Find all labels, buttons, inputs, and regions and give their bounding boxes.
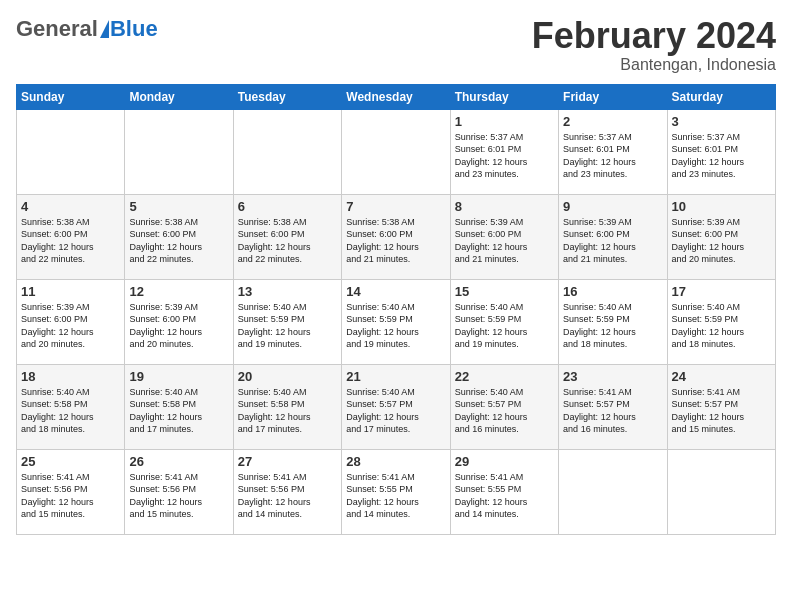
calendar-cell: 27Sunrise: 5:41 AM Sunset: 5:56 PM Dayli… bbox=[233, 449, 341, 534]
day-info: Sunrise: 5:41 AM Sunset: 5:57 PM Dayligh… bbox=[563, 386, 662, 436]
day-number: 14 bbox=[346, 284, 445, 299]
logo-icon bbox=[100, 20, 109, 38]
day-number: 13 bbox=[238, 284, 337, 299]
weekday-header: Sunday bbox=[17, 84, 125, 109]
day-number: 8 bbox=[455, 199, 554, 214]
day-number: 27 bbox=[238, 454, 337, 469]
day-number: 10 bbox=[672, 199, 771, 214]
calendar-cell: 15Sunrise: 5:40 AM Sunset: 5:59 PM Dayli… bbox=[450, 279, 558, 364]
weekday-header: Thursday bbox=[450, 84, 558, 109]
day-info: Sunrise: 5:40 AM Sunset: 5:59 PM Dayligh… bbox=[346, 301, 445, 351]
day-info: Sunrise: 5:38 AM Sunset: 6:00 PM Dayligh… bbox=[346, 216, 445, 266]
day-number: 22 bbox=[455, 369, 554, 384]
weekday-header: Monday bbox=[125, 84, 233, 109]
logo-general-text: General bbox=[16, 16, 98, 42]
weekday-header: Wednesday bbox=[342, 84, 450, 109]
calendar-cell bbox=[233, 109, 341, 194]
calendar-cell: 16Sunrise: 5:40 AM Sunset: 5:59 PM Dayli… bbox=[559, 279, 667, 364]
calendar-cell: 23Sunrise: 5:41 AM Sunset: 5:57 PM Dayli… bbox=[559, 364, 667, 449]
calendar-cell: 28Sunrise: 5:41 AM Sunset: 5:55 PM Dayli… bbox=[342, 449, 450, 534]
calendar-cell: 12Sunrise: 5:39 AM Sunset: 6:00 PM Dayli… bbox=[125, 279, 233, 364]
day-number: 6 bbox=[238, 199, 337, 214]
calendar-cell: 26Sunrise: 5:41 AM Sunset: 5:56 PM Dayli… bbox=[125, 449, 233, 534]
calendar-cell: 11Sunrise: 5:39 AM Sunset: 6:00 PM Dayli… bbox=[17, 279, 125, 364]
day-number: 21 bbox=[346, 369, 445, 384]
day-number: 20 bbox=[238, 369, 337, 384]
day-number: 16 bbox=[563, 284, 662, 299]
calendar-cell: 1Sunrise: 5:37 AM Sunset: 6:01 PM Daylig… bbox=[450, 109, 558, 194]
day-number: 19 bbox=[129, 369, 228, 384]
day-info: Sunrise: 5:40 AM Sunset: 5:59 PM Dayligh… bbox=[563, 301, 662, 351]
calendar-cell: 10Sunrise: 5:39 AM Sunset: 6:00 PM Dayli… bbox=[667, 194, 775, 279]
calendar-cell: 7Sunrise: 5:38 AM Sunset: 6:00 PM Daylig… bbox=[342, 194, 450, 279]
day-info: Sunrise: 5:37 AM Sunset: 6:01 PM Dayligh… bbox=[563, 131, 662, 181]
day-number: 28 bbox=[346, 454, 445, 469]
month-title: February 2024 bbox=[532, 16, 776, 56]
day-info: Sunrise: 5:39 AM Sunset: 6:00 PM Dayligh… bbox=[563, 216, 662, 266]
location: Bantengan, Indonesia bbox=[532, 56, 776, 74]
calendar-cell: 13Sunrise: 5:40 AM Sunset: 5:59 PM Dayli… bbox=[233, 279, 341, 364]
day-info: Sunrise: 5:39 AM Sunset: 6:00 PM Dayligh… bbox=[455, 216, 554, 266]
calendar-cell: 22Sunrise: 5:40 AM Sunset: 5:57 PM Dayli… bbox=[450, 364, 558, 449]
day-info: Sunrise: 5:37 AM Sunset: 6:01 PM Dayligh… bbox=[455, 131, 554, 181]
calendar-cell: 5Sunrise: 5:38 AM Sunset: 6:00 PM Daylig… bbox=[125, 194, 233, 279]
day-info: Sunrise: 5:38 AM Sunset: 6:00 PM Dayligh… bbox=[238, 216, 337, 266]
calendar-cell bbox=[667, 449, 775, 534]
day-info: Sunrise: 5:40 AM Sunset: 5:59 PM Dayligh… bbox=[455, 301, 554, 351]
calendar-cell: 20Sunrise: 5:40 AM Sunset: 5:58 PM Dayli… bbox=[233, 364, 341, 449]
day-number: 26 bbox=[129, 454, 228, 469]
calendar-cell: 17Sunrise: 5:40 AM Sunset: 5:59 PM Dayli… bbox=[667, 279, 775, 364]
calendar-cell bbox=[125, 109, 233, 194]
weekday-header: Tuesday bbox=[233, 84, 341, 109]
day-number: 25 bbox=[21, 454, 120, 469]
day-number: 3 bbox=[672, 114, 771, 129]
calendar-cell: 6Sunrise: 5:38 AM Sunset: 6:00 PM Daylig… bbox=[233, 194, 341, 279]
day-number: 4 bbox=[21, 199, 120, 214]
day-info: Sunrise: 5:40 AM Sunset: 5:58 PM Dayligh… bbox=[238, 386, 337, 436]
calendar-week-row: 11Sunrise: 5:39 AM Sunset: 6:00 PM Dayli… bbox=[17, 279, 776, 364]
weekday-header: Saturday bbox=[667, 84, 775, 109]
day-number: 17 bbox=[672, 284, 771, 299]
day-number: 23 bbox=[563, 369, 662, 384]
calendar-table: SundayMondayTuesdayWednesdayThursdayFrid… bbox=[16, 84, 776, 535]
calendar-week-row: 25Sunrise: 5:41 AM Sunset: 5:56 PM Dayli… bbox=[17, 449, 776, 534]
day-number: 29 bbox=[455, 454, 554, 469]
calendar-cell bbox=[342, 109, 450, 194]
calendar-cell: 18Sunrise: 5:40 AM Sunset: 5:58 PM Dayli… bbox=[17, 364, 125, 449]
calendar-header: SundayMondayTuesdayWednesdayThursdayFrid… bbox=[17, 84, 776, 109]
calendar-cell bbox=[17, 109, 125, 194]
calendar-cell: 2Sunrise: 5:37 AM Sunset: 6:01 PM Daylig… bbox=[559, 109, 667, 194]
calendar-cell: 3Sunrise: 5:37 AM Sunset: 6:01 PM Daylig… bbox=[667, 109, 775, 194]
day-info: Sunrise: 5:39 AM Sunset: 6:00 PM Dayligh… bbox=[21, 301, 120, 351]
calendar-cell: 29Sunrise: 5:41 AM Sunset: 5:55 PM Dayli… bbox=[450, 449, 558, 534]
day-info: Sunrise: 5:40 AM Sunset: 5:57 PM Dayligh… bbox=[455, 386, 554, 436]
day-info: Sunrise: 5:41 AM Sunset: 5:57 PM Dayligh… bbox=[672, 386, 771, 436]
calendar-cell bbox=[559, 449, 667, 534]
calendar-cell: 25Sunrise: 5:41 AM Sunset: 5:56 PM Dayli… bbox=[17, 449, 125, 534]
page-header: General Blue February 2024 Bantengan, In… bbox=[16, 16, 776, 74]
day-info: Sunrise: 5:38 AM Sunset: 6:00 PM Dayligh… bbox=[21, 216, 120, 266]
weekday-header: Friday bbox=[559, 84, 667, 109]
calendar-cell: 14Sunrise: 5:40 AM Sunset: 5:59 PM Dayli… bbox=[342, 279, 450, 364]
day-number: 15 bbox=[455, 284, 554, 299]
calendar-cell: 19Sunrise: 5:40 AM Sunset: 5:58 PM Dayli… bbox=[125, 364, 233, 449]
calendar-body: 1Sunrise: 5:37 AM Sunset: 6:01 PM Daylig… bbox=[17, 109, 776, 534]
day-info: Sunrise: 5:40 AM Sunset: 5:59 PM Dayligh… bbox=[238, 301, 337, 351]
day-number: 7 bbox=[346, 199, 445, 214]
day-number: 24 bbox=[672, 369, 771, 384]
calendar-week-row: 4Sunrise: 5:38 AM Sunset: 6:00 PM Daylig… bbox=[17, 194, 776, 279]
day-info: Sunrise: 5:41 AM Sunset: 5:56 PM Dayligh… bbox=[21, 471, 120, 521]
day-info: Sunrise: 5:41 AM Sunset: 5:56 PM Dayligh… bbox=[129, 471, 228, 521]
day-info: Sunrise: 5:39 AM Sunset: 6:00 PM Dayligh… bbox=[129, 301, 228, 351]
day-info: Sunrise: 5:40 AM Sunset: 5:58 PM Dayligh… bbox=[21, 386, 120, 436]
weekday-row: SundayMondayTuesdayWednesdayThursdayFrid… bbox=[17, 84, 776, 109]
day-info: Sunrise: 5:38 AM Sunset: 6:00 PM Dayligh… bbox=[129, 216, 228, 266]
title-block: February 2024 Bantengan, Indonesia bbox=[532, 16, 776, 74]
day-number: 5 bbox=[129, 199, 228, 214]
day-info: Sunrise: 5:37 AM Sunset: 6:01 PM Dayligh… bbox=[672, 131, 771, 181]
calendar-week-row: 1Sunrise: 5:37 AM Sunset: 6:01 PM Daylig… bbox=[17, 109, 776, 194]
logo: General Blue bbox=[16, 16, 158, 42]
calendar-cell: 4Sunrise: 5:38 AM Sunset: 6:00 PM Daylig… bbox=[17, 194, 125, 279]
day-info: Sunrise: 5:40 AM Sunset: 5:58 PM Dayligh… bbox=[129, 386, 228, 436]
day-number: 18 bbox=[21, 369, 120, 384]
